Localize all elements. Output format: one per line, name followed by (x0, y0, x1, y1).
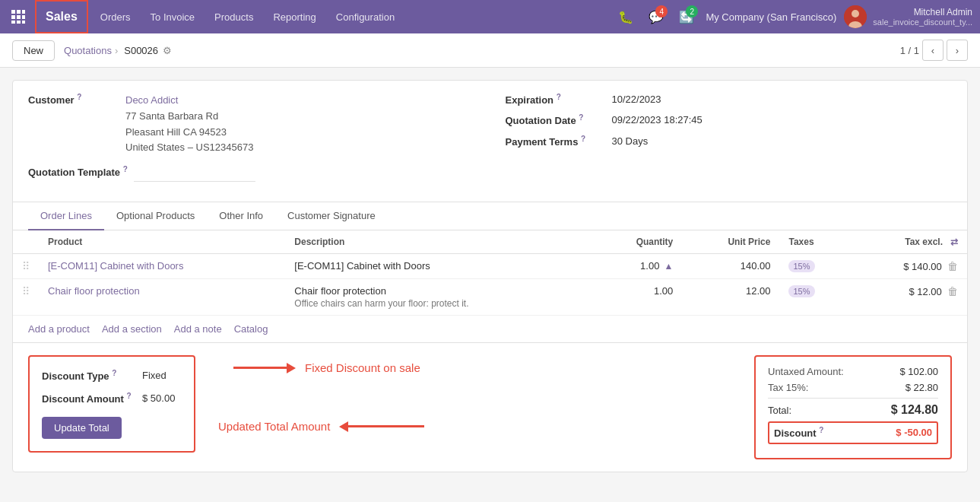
add-section-link[interactable]: Add a section (102, 323, 162, 335)
tax-badge[interactable]: 15% (788, 285, 814, 297)
quantity-value[interactable]: 1.00 (654, 285, 673, 297)
taxes-cell: 15% (779, 254, 850, 279)
nav-products[interactable]: Products (205, 0, 262, 33)
grid-menu-icon[interactable] (8, 6, 29, 27)
company-selector[interactable]: My Company (San Francisco) (706, 11, 836, 23)
product-name[interactable]: Chair floor protection (48, 285, 140, 297)
bug-icon[interactable]: 🐛 (614, 5, 637, 28)
payment-terms-group: Payment Terms ? 30 Days (506, 135, 953, 148)
activity-icon[interactable]: 🔄 2 (675, 5, 698, 28)
tax-excl-value: $ 12.00 (909, 286, 941, 297)
nav-configuration[interactable]: Configuration (327, 0, 404, 33)
totals-box: Untaxed Amount: $ 102.00 Tax 15%: $ 22.8… (754, 355, 952, 459)
tax-excl-cell: $ 140.00 🗑 (850, 254, 967, 279)
quotation-template-group: Quotation Template ? (28, 165, 475, 182)
discount-amount-value[interactable]: $ 50.00 (142, 392, 175, 404)
chat-badge: 4 (655, 5, 668, 17)
th-product: Product (39, 230, 285, 254)
form-row-main: Customer ? Deco Addict 77 Santa Barbara … (28, 93, 952, 182)
tab-other-info[interactable]: Other Info (207, 202, 275, 230)
th-unit-price: Unit Price (682, 230, 779, 254)
updated-total-annotation: Updated Total Amount (218, 420, 424, 433)
drag-handle[interactable]: ⠿ (13, 254, 39, 279)
total-value: $ 124.80 (891, 403, 938, 417)
svg-rect-8 (22, 21, 25, 24)
nav-orders[interactable]: Orders (91, 0, 140, 33)
add-row-area: Add a product Add a section Add a note C… (13, 316, 967, 343)
table-row: ⠿ [E-COM11] Cabinet with Doors [E-COM11]… (13, 254, 967, 279)
tax-badge[interactable]: 15% (788, 260, 814, 272)
add-note-link[interactable]: Add a note (174, 323, 222, 335)
unit-price-value[interactable]: 140.00 (741, 260, 771, 272)
customer-name[interactable]: Deco Addict (125, 93, 253, 109)
nav-to-invoice[interactable]: To Invoice (141, 0, 205, 33)
user-menu[interactable]: Mitchell Admin sale_invoice_discount_ty.… (844, 5, 972, 28)
payment-terms-value[interactable]: 30 Days (612, 135, 649, 147)
discount-total-label: Discount ? (774, 426, 823, 439)
description-cell: [E-COM11] Cabinet with Doors (285, 254, 594, 279)
th-quantity: Quantity (594, 230, 682, 254)
description-text: Chair floor protection (294, 285, 585, 297)
fixed-discount-annotation: Fixed Discount on sale (233, 361, 420, 374)
th-taxes: Taxes (779, 230, 850, 254)
svg-rect-4 (17, 15, 21, 19)
update-total-button[interactable]: Update Total (42, 417, 122, 439)
catalog-link[interactable]: Catalog (234, 323, 268, 335)
brand-logo[interactable]: Sales (35, 0, 88, 33)
next-page-button[interactable]: › (947, 40, 968, 61)
chart-icon[interactable]: ▲ (664, 261, 673, 272)
svg-rect-0 (11, 10, 15, 14)
discount-row: Discount ? $ -50.00 (768, 421, 938, 443)
quotation-date-value: 09/22/2023 18:27:45 (612, 114, 702, 126)
th-tax-excl: Tax excl. ⇄ (850, 230, 967, 254)
expiration-value[interactable]: 10/22/2023 (612, 94, 661, 105)
optional-cols-icon[interactable]: ⇄ (950, 237, 958, 247)
nav-reporting[interactable]: Reporting (264, 0, 325, 33)
tab-optional-products[interactable]: Optional Products (104, 202, 207, 230)
unit-price-cell: 140.00 (682, 254, 779, 279)
svg-rect-1 (17, 10, 21, 14)
new-button[interactable]: New (12, 40, 55, 61)
discount-total-value: $ -50.00 (896, 427, 932, 438)
form-right: Expiration ? 10/22/2023 Quotation Date ?… (506, 93, 953, 182)
customer-addr2: Pleasant Hill CA 94523 (125, 125, 253, 141)
discount-type-value: Fixed (142, 370, 167, 381)
tab-order-lines[interactable]: Order Lines (28, 202, 104, 230)
discount-type-row: Discount Type ? Fixed (42, 369, 182, 382)
top-navigation: Sales Orders To Invoice Products Reporti… (0, 0, 980, 33)
order-table: Product Description Quantity Unit Price … (13, 230, 967, 316)
tax-value: $ 22.80 (905, 382, 938, 393)
breadcrumb-parent[interactable]: Quotations (64, 45, 112, 56)
quotation-date-label: Quotation Date ? (506, 113, 612, 126)
expiration-label: Expiration ? (506, 93, 612, 106)
main-content: Customer ? Deco Addict 77 Santa Barbara … (0, 68, 980, 485)
pagination: 1 / 1 ‹ › (900, 40, 968, 61)
drag-handle[interactable]: ⠿ (13, 279, 39, 316)
arrow-line (233, 367, 287, 369)
unit-price-value[interactable]: 12.00 (746, 285, 771, 297)
breadcrumb-current: S00026 (124, 45, 158, 56)
svg-rect-3 (11, 15, 15, 19)
taxes-cell: 15% (779, 279, 850, 316)
updated-total-label: Updated Total Amount (218, 420, 330, 433)
svg-rect-5 (22, 15, 25, 19)
delete-row-icon[interactable]: 🗑 (947, 260, 958, 272)
user-info: Mitchell Admin sale_invoice_discount_ty.… (873, 7, 972, 27)
form-card: Customer ? Deco Addict 77 Santa Barbara … (12, 80, 968, 472)
page-info: 1 / 1 (900, 45, 919, 56)
tax-excl-value: $ 140.00 (903, 261, 942, 272)
add-product-link[interactable]: Add a product (28, 323, 90, 335)
delete-row-icon[interactable]: 🗑 (947, 285, 958, 297)
settings-icon[interactable]: ⚙ (163, 45, 172, 56)
quotation-template-value[interactable] (134, 165, 255, 182)
table-header: Product Description Quantity Unit Price … (13, 230, 967, 254)
fixed-discount-label: Fixed Discount on sale (305, 361, 420, 374)
tab-customer-signature[interactable]: Customer Signature (275, 202, 388, 230)
prev-page-button[interactable]: ‹ (922, 40, 944, 61)
product-name[interactable]: [E-COM11] Cabinet with Doors (48, 260, 183, 272)
table-body: ⠿ [E-COM11] Cabinet with Doors [E-COM11]… (13, 254, 967, 316)
chat-icon[interactable]: 💬 4 (645, 5, 668, 28)
customer-addr1: 77 Santa Barbara Rd (125, 109, 253, 125)
arrowhead (287, 363, 296, 373)
quantity-value[interactable]: 1.00 (640, 260, 659, 272)
